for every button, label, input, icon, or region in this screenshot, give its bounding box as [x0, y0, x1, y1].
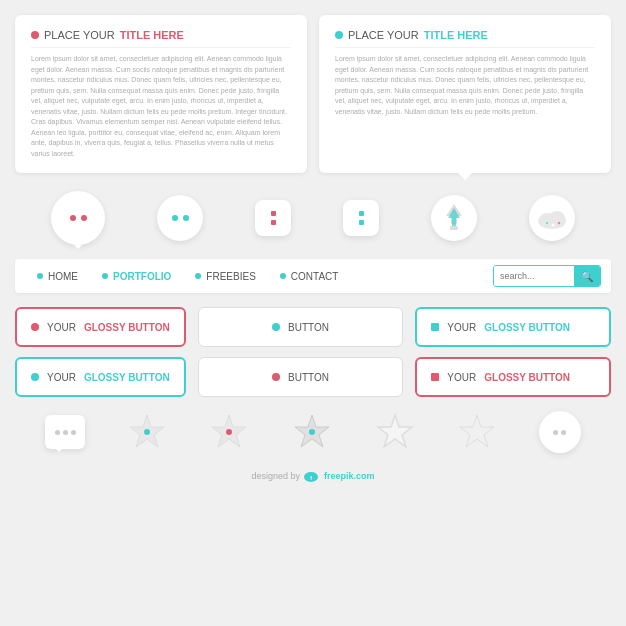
nav-freebies-label: FREEBIES — [206, 271, 255, 282]
freepik-logo-icon: f — [303, 471, 319, 483]
teal-dot-1 — [172, 215, 178, 221]
card-left-divider — [31, 47, 291, 48]
star-red — [208, 412, 250, 452]
star-outline — [374, 412, 416, 452]
speech-bubble-dots — [55, 430, 76, 435]
cloud-svg — [534, 205, 570, 231]
bubble-sq-red-dots — [255, 200, 291, 236]
navbar: HOME PORTFOLIO FREEBIES CONTACT 🔍 — [15, 259, 611, 293]
star-svg-5 — [456, 412, 498, 452]
search-bar[interactable]: 🔍 — [493, 265, 601, 287]
plain-btn-label-1: BUTTON — [288, 322, 329, 333]
speech-dot-3 — [71, 430, 76, 435]
footer-text: designed by — [251, 471, 302, 481]
bubble-two-teal-dots — [157, 195, 203, 241]
glossy-btn-teal-bold-2: GLOSSY BUTTON — [84, 372, 170, 383]
red-dot-1 — [70, 215, 76, 221]
card-left-title: PLACE YOUR TITLE HERE — [31, 29, 291, 41]
sq-teal-dot-1 — [359, 211, 364, 216]
bubble-two-red-dots — [51, 191, 105, 245]
sq-red-dot-1 — [271, 211, 276, 216]
svg-point-7 — [551, 223, 555, 227]
card-right-title: PLACE YOUR TITLE HERE — [335, 29, 595, 41]
buttons-section: YOUR GLOSSY BUTTON BUTTON YOUR GLOSSY BU… — [15, 307, 611, 397]
dot-teal-icon — [335, 31, 343, 39]
speech-bubble-small — [45, 415, 85, 449]
sq-red-dot-2 — [271, 220, 276, 225]
glossy-btn-teal-dot-2 — [31, 373, 39, 381]
red-dot-2 — [81, 215, 87, 221]
plain-btn-2[interactable]: BUTTON — [198, 357, 404, 397]
glossy-btn-red-plain-2: YOUR — [447, 372, 476, 383]
nav-freebies-dot — [195, 273, 201, 279]
circle-dot-2 — [561, 430, 566, 435]
glossy-btn-red-1[interactable]: YOUR GLOSSY BUTTON — [15, 307, 186, 347]
circle-dots — [553, 430, 566, 435]
speech-dot-1 — [55, 430, 60, 435]
glossy-btn-teal-sq-dot-1 — [431, 323, 439, 331]
star-dot-teal — [144, 429, 150, 435]
nav-freebies[interactable]: FREEBIES — [183, 271, 267, 282]
glossy-btn-label-plain-1: YOUR — [47, 322, 76, 333]
search-input[interactable] — [494, 266, 574, 286]
card-left-title-plain: PLACE YOUR — [44, 29, 115, 41]
card-right-title-plain: PLACE YOUR — [348, 29, 419, 41]
footer: designed by f freepik.com — [15, 471, 611, 488]
top-cards-row: PLACE YOUR TITLE HERE Lorem ipsum dolor … — [15, 15, 611, 173]
buttons-row-1: YOUR GLOSSY BUTTON BUTTON YOUR GLOSSY BU… — [15, 307, 611, 347]
nav-contact[interactable]: CONTACT — [268, 271, 351, 282]
card-left-title-bold: TITLE HERE — [120, 29, 184, 41]
star-teal-2 — [291, 412, 333, 452]
nav-home-label: HOME — [48, 271, 78, 282]
glossy-btn-teal-plain-1: YOUR — [447, 322, 476, 333]
plain-btn-1[interactable]: BUTTON — [198, 307, 404, 347]
speech-dot-2 — [63, 430, 68, 435]
search-button[interactable]: 🔍 — [574, 266, 600, 286]
main-container: PLACE YOUR TITLE HERE Lorem ipsum dolor … — [0, 0, 626, 503]
card-right-body: Lorem ipsum dolor sit amet, consectetuer… — [335, 54, 595, 117]
card-right-divider — [335, 47, 595, 48]
teal-dot-2 — [183, 215, 189, 221]
bubble-sq-teal-dots — [343, 200, 379, 236]
dot-red-icon — [31, 31, 39, 39]
sq-teal-dot-2 — [359, 220, 364, 225]
plain-btn-label-2: BUTTON — [288, 372, 329, 383]
glossy-btn-teal-plain-2: YOUR — [47, 372, 76, 383]
two-red-dots — [70, 215, 87, 221]
svg-point-9 — [546, 222, 549, 225]
nav-contact-label: CONTACT — [291, 271, 339, 282]
footer-brand: freepik.com — [324, 471, 375, 481]
cloud-icon — [529, 195, 575, 241]
svg-marker-14 — [378, 415, 412, 447]
svg-marker-15 — [460, 415, 494, 447]
nav-portfolio-dot — [102, 273, 108, 279]
glossy-btn-teal-2[interactable]: YOUR GLOSSY BUTTON — [15, 357, 186, 397]
speech-circle — [539, 411, 581, 453]
svg-point-10 — [558, 222, 561, 225]
plain-btn-dot-1 — [272, 323, 280, 331]
buttons-row-2: YOUR GLOSSY BUTTON BUTTON YOUR GLOSSY BU… — [15, 357, 611, 397]
sq-teal-dots — [359, 211, 364, 225]
nav-home[interactable]: HOME — [25, 271, 90, 282]
circle-dot-1 — [553, 430, 558, 435]
icons-row — [15, 191, 611, 245]
glossy-btn-red-bold-2: GLOSSY BUTTON — [484, 372, 570, 383]
upload-icon — [431, 195, 477, 241]
arrow-up-svg — [440, 202, 468, 234]
sq-red-dots — [271, 211, 276, 225]
glossy-btn-red-dot-1 — [31, 323, 39, 331]
card-left-body: Lorem ipsum dolor sit amet, consectetuer… — [31, 54, 291, 159]
glossy-btn-teal-bold-1: GLOSSY BUTTON — [484, 322, 570, 333]
plain-btn-dot-2 — [272, 373, 280, 381]
glossy-btn-red-sq-dot-2 — [431, 373, 439, 381]
star-dot-red — [226, 429, 232, 435]
glossy-btn-red-right-2[interactable]: YOUR GLOSSY BUTTON — [415, 357, 611, 397]
card-right: PLACE YOUR TITLE HERE Lorem ipsum dolor … — [319, 15, 611, 173]
nav-portfolio-label: PORTFOLIO — [113, 271, 171, 282]
nav-portfolio[interactable]: PORTFOLIO — [90, 271, 183, 282]
star-svg-4 — [374, 412, 416, 452]
glossy-btn-teal-right-1[interactable]: YOUR GLOSSY BUTTON — [415, 307, 611, 347]
svg-rect-2 — [450, 226, 458, 230]
card-left: PLACE YOUR TITLE HERE Lorem ipsum dolor … — [15, 15, 307, 173]
glossy-btn-label-bold-1: GLOSSY BUTTON — [84, 322, 170, 333]
